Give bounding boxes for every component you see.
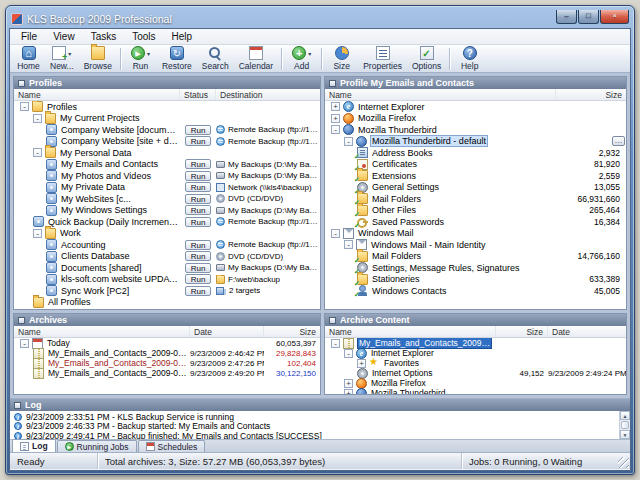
profile-tree-row[interactable]: - Work <box>14 228 320 240</box>
run-button[interactable]: Run <box>185 182 212 192</box>
profile-tree-row[interactable]: Clients Database Run DVD (CD/DVD) <box>14 251 320 263</box>
profile-tree-row[interactable]: - My Personal Data <box>14 147 320 159</box>
column-size[interactable]: Size <box>264 326 320 337</box>
run-button[interactable]: Run <box>185 171 212 181</box>
toolbar-button[interactable]: ▾ Size <box>325 46 358 72</box>
menu-item[interactable]: Tasks <box>83 30 125 43</box>
expand-toggle-icon[interactable]: + <box>344 379 353 388</box>
toolbar-button[interactable]: ▾ Run <box>124 46 157 72</box>
run-button[interactable]: Run <box>185 125 212 135</box>
menu-item[interactable]: Tools <box>124 30 163 43</box>
profile-tree-row[interactable]: My Emails and Contacts Run My Backups (D… <box>14 159 320 171</box>
profile-tree-row[interactable]: Company Website [site + data... Run Remo… <box>14 136 320 148</box>
column-name[interactable]: Name <box>14 326 190 337</box>
expand-toggle-icon[interactable]: - <box>344 137 353 146</box>
expand-toggle-icon[interactable]: - <box>331 339 340 348</box>
column-size[interactable]: Size <box>496 326 548 337</box>
archive-content-row[interactable]: Internet Options 49,152 9/23/2009 2:49:2… <box>325 368 626 378</box>
profile-tree-row[interactable]: My Photos and Videos Run My Backups (D:\… <box>14 170 320 182</box>
expand-toggle-icon[interactable]: - <box>344 349 353 358</box>
titlebar[interactable]: KLS Backup 2009 Professional – □ × <box>9 9 631 28</box>
maximize-button[interactable]: □ <box>578 10 599 24</box>
profile-tree-row[interactable]: My Windows Settings Run My Backups (D:\M… <box>14 205 320 217</box>
expand-toggle-icon[interactable]: - <box>33 148 42 157</box>
profile-item-row[interactable]: Address Books 2,932 <box>325 147 626 159</box>
profile-item-row[interactable]: Windows Contacts 45,005 <box>325 285 626 297</box>
expand-toggle-icon[interactable]: + <box>344 389 353 395</box>
column-status[interactable]: Status <box>180 89 216 100</box>
column-name[interactable]: Name <box>325 89 556 100</box>
more-button[interactable] <box>612 136 625 146</box>
profile-item-row[interactable]: Settings, Message Rules, Signatures <box>325 262 626 274</box>
toolbar-button[interactable]: ▾ Options <box>407 46 446 72</box>
log-row[interactable]: 9/23/2009 2:33:51 PM - KLS Backup Servic… <box>10 412 619 422</box>
column-size[interactable]: Size <box>556 89 626 100</box>
profile-item-row[interactable]: - Windows Mail - Main Identity <box>325 239 626 251</box>
toolbar-button[interactable]: ▾ Browse <box>79 46 117 72</box>
profile-item-row[interactable]: - Mozilla Thunderbird - default <box>325 136 626 148</box>
profile-tree-row[interactable]: kls-soft.com website UPDATE Run F:\web\b… <box>14 274 320 286</box>
profile-tree-row[interactable]: Quick Backup (Daily Incremental) Run Rem… <box>14 216 320 228</box>
profile-item-row[interactable]: Saved Passwords 16,384 <box>325 216 626 228</box>
expand-toggle-icon[interactable]: - <box>33 229 42 238</box>
expand-toggle-icon[interactable]: + <box>357 359 366 368</box>
resize-grip[interactable] <box>618 457 629 468</box>
minimize-button[interactable]: – <box>556 10 577 24</box>
archive-row[interactable]: My_Emails_and_Contacts_2009-09-23_14_47.… <box>14 358 320 368</box>
run-button[interactable]: Run <box>185 263 212 273</box>
expand-toggle-icon[interactable]: - <box>344 240 353 249</box>
column-name[interactable]: Name <box>325 326 496 337</box>
profile-item-row[interactable]: - Mozilla Thunderbird <box>325 124 626 136</box>
toolbar-button[interactable]: ▾ Calendar <box>234 46 279 72</box>
run-button[interactable]: Run <box>185 286 212 296</box>
toolbar-button[interactable]: ▾ Properties <box>358 46 407 72</box>
chevron-down-icon[interactable]: ▾ <box>68 50 71 57</box>
run-button[interactable]: Run <box>185 205 212 215</box>
menu-item[interactable]: View <box>45 30 83 43</box>
expand-toggle-icon[interactable]: + <box>331 114 340 123</box>
profile-item-row[interactable]: Certificates 81,920 <box>325 159 626 171</box>
column-date[interactable]: Date <box>190 326 264 337</box>
toolbar-button[interactable]: ▾ New... <box>45 46 79 72</box>
expand-toggle-icon[interactable]: - <box>33 114 42 123</box>
archive-content-row[interactable]: - My_Emails_and_Contacts_2009-09-23_14_4… <box>325 338 626 348</box>
profile-item-row[interactable]: Other Files 265,464 <box>325 205 626 217</box>
run-button[interactable]: Run <box>185 159 212 169</box>
archive-content-row[interactable]: + Mozilla Thunderbird <box>325 388 626 394</box>
log-tab[interactable]: Schedules <box>138 440 206 452</box>
scroll-down-icon[interactable]: ▼ <box>620 430 630 439</box>
profile-item-row[interactable]: Stationeries 633,389 <box>325 274 626 286</box>
run-button[interactable]: Run <box>185 217 212 227</box>
column-destination[interactable]: Destination <box>216 89 320 100</box>
profile-tree-row[interactable]: My Private Data Run Network (\\kls4\back… <box>14 182 320 194</box>
profile-tree-row[interactable]: My WebSites [c... Run DVD (CD/DVD) <box>14 193 320 205</box>
profile-item-row[interactable]: Mail Folders 66,931,660 <box>325 193 626 205</box>
toolbar-button[interactable]: ▾ Search <box>197 46 234 72</box>
scrollbar-thumb[interactable] <box>621 421 629 429</box>
toolbar-button[interactable]: ▾ Home <box>12 46 45 72</box>
profile-tree-row[interactable]: - My Current Projects <box>14 113 320 125</box>
profile-tree-row[interactable]: Documents [shared] Run My Backups (D:\My… <box>14 262 320 274</box>
close-button[interactable]: × <box>600 10 629 24</box>
profile-tree-row[interactable]: Sync Work [PC2] Run 2 targets <box>14 285 320 297</box>
expand-toggle-icon[interactable]: - <box>20 339 29 348</box>
profile-tree-row[interactable]: Accounting Run Remote Backup (ftp://192.… <box>14 239 320 251</box>
profile-item-row[interactable]: Mail Folders 14,766,160 <box>325 251 626 263</box>
archive-row[interactable]: My_Emails_and_Contacts_2009-09-23_14_46.… <box>14 348 320 358</box>
archive-row[interactable]: My_Emails_and_Contacts_2009-09-23_14_49.… <box>14 368 320 378</box>
profile-tree-row[interactable]: All Profiles <box>14 297 320 309</box>
menu-item[interactable]: Help <box>164 30 201 43</box>
profile-item-row[interactable]: + Mozilla Firefox <box>325 113 626 125</box>
run-button[interactable]: Run <box>185 240 212 250</box>
column-date[interactable]: Date <box>548 326 626 337</box>
scroll-up-icon[interactable]: ▲ <box>620 411 630 420</box>
run-button[interactable]: Run <box>185 251 212 261</box>
chevron-down-icon[interactable]: ▾ <box>147 50 150 57</box>
run-button[interactable]: Run <box>185 194 212 204</box>
toolbar-button[interactable]: ▾ Help <box>453 46 486 72</box>
toolbar-button[interactable]: ▾ Add <box>285 46 318 72</box>
profile-item-row[interactable]: - Windows Mail <box>325 228 626 240</box>
log-scrollbar[interactable]: ▲ ▼ <box>619 411 630 439</box>
menu-item[interactable]: File <box>13 30 45 43</box>
run-button[interactable]: Run <box>185 136 212 146</box>
